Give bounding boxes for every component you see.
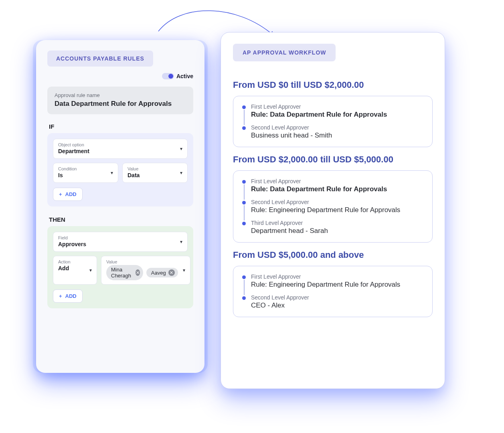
then-field-select[interactable]: Field Approvers ▾ [53, 232, 188, 252]
chevron-down-icon: ▾ [89, 267, 92, 273]
if-add-label: ADD [65, 191, 77, 197]
approver-chip: Aaveg ✕ [146, 268, 178, 277]
approver-level-label: First Level Approver [251, 273, 424, 280]
if-header: IF [49, 123, 193, 130]
workflow-panel: AP APPROVAL WORKFLOW From USD $0 till US… [221, 32, 445, 389]
then-header: THEN [49, 216, 193, 223]
approver-value: Rule: Engineering Department Rule for Ap… [251, 281, 424, 289]
if-block: Object option Department ▾ Condition Is … [47, 133, 193, 206]
tier-title: From USD $5,000.00 and above [233, 250, 433, 260]
chevron-down-icon: ▾ [180, 146, 182, 152]
if-value-label: Value [128, 166, 182, 171]
tier-card: First Level ApproverRule: Data Departmen… [233, 170, 433, 243]
approver-step: First Level ApproverRule: Data Departmen… [242, 103, 424, 119]
chip-remove-icon[interactable]: ✕ [168, 269, 175, 276]
then-add-button[interactable]: + ADD [53, 289, 83, 303]
then-block: Field Approvers ▾ Action Add ▾ Value Min… [47, 226, 193, 308]
chip-label: Mina Cheragh [111, 267, 133, 279]
approver-value: Rule: Engineering Department Rule for Ap… [251, 206, 424, 214]
chevron-down-icon: ▾ [111, 170, 113, 176]
then-action-select[interactable]: Action Add ▾ [53, 256, 97, 285]
condition-label: Condition [58, 166, 113, 171]
approver-value: Rule: Data Department Rule for Approvals [251, 185, 424, 193]
plus-icon: + [59, 191, 62, 197]
object-option-label: Object option [58, 142, 182, 147]
then-action-value: Add [58, 265, 92, 271]
rule-name-block: Approval rule name Data Department Rule … [47, 87, 193, 114]
then-field-label: Field [58, 235, 182, 240]
approver-value: Department head - Sarah [251, 227, 424, 235]
workflow-panel-title: AP APPROVAL WORKFLOW [233, 44, 336, 61]
plus-icon: + [59, 293, 62, 299]
active-label: Active [176, 73, 193, 79]
approver-level-label: Second Level Approver [251, 124, 424, 131]
approver-step: Third Level ApproverDepartment head - Sa… [242, 220, 424, 235]
approver-step: First Level ApproverRule: Data Departmen… [242, 178, 424, 193]
approver-level-label: First Level Approver [251, 103, 424, 110]
rule-name-value: Data Department Rule for Approvals [55, 100, 186, 108]
approver-step: Second Level ApproverBusiness unit head … [242, 124, 424, 140]
approver-step: Second Level ApproverRule: Engineering D… [242, 199, 424, 214]
object-option-select[interactable]: Object option Department ▾ [53, 139, 188, 159]
chevron-down-icon: ▾ [183, 267, 185, 273]
chip-label: Aaveg [151, 270, 166, 276]
condition-value: Is [58, 172, 113, 178]
tier-title: From USD $0 till USD $2,000.00 [233, 80, 433, 90]
approver-level-label: Second Level Approver [251, 199, 424, 205]
approver-chip: Mina Cheragh ✕ [106, 265, 143, 280]
active-toggle[interactable]: Active [162, 73, 193, 79]
chevron-down-icon: ▾ [180, 170, 182, 176]
object-option-value: Department [58, 148, 182, 154]
then-add-label: ADD [65, 293, 77, 299]
then-action-label: Action [58, 259, 92, 264]
approver-value: Rule: Data Department Rule for Approvals [251, 111, 424, 119]
condition-select[interactable]: Condition Is ▾ [53, 163, 118, 183]
then-value-label: Value [106, 259, 178, 264]
rule-name-label: Approval rule name [55, 92, 186, 98]
approver-level-label: Second Level Approver [251, 294, 424, 301]
if-value-select[interactable]: Value Data ▾ [122, 163, 188, 183]
then-value-chips: Mina Cheragh ✕ Aaveg ✕ [106, 265, 178, 280]
tier-title: From USD $2,000.00 till USD $5,000.00 [233, 154, 433, 165]
toggle-track [162, 73, 174, 79]
approver-step: First Level ApproverRule: Engineering De… [242, 273, 424, 289]
approver-level-label: Third Level Approver [251, 220, 424, 226]
then-value-select[interactable]: Value Mina Cheragh ✕ Aaveg ✕ ▾ [101, 256, 190, 285]
if-value-value: Data [128, 172, 182, 178]
approver-value: Business unit head - Smith [251, 132, 424, 140]
chevron-down-icon: ▾ [180, 239, 182, 245]
then-field-value: Approvers [58, 241, 182, 247]
approver-step: Second Level ApproverCEO - Alex [242, 294, 424, 310]
approver-level-label: First Level Approver [251, 178, 424, 184]
approver-value: CEO - Alex [251, 301, 424, 310]
rules-panel-title: ACCOUNTS PAYABLE RULES [47, 51, 153, 67]
if-add-button[interactable]: + ADD [53, 188, 83, 201]
tier-card: First Level ApproverRule: Data Departmen… [233, 96, 433, 147]
chip-remove-icon[interactable]: ✕ [136, 269, 140, 276]
tier-card: First Level ApproverRule: Engineering De… [233, 266, 433, 317]
rules-panel: ACCOUNTS PAYABLE RULES Active Approval r… [36, 40, 204, 373]
